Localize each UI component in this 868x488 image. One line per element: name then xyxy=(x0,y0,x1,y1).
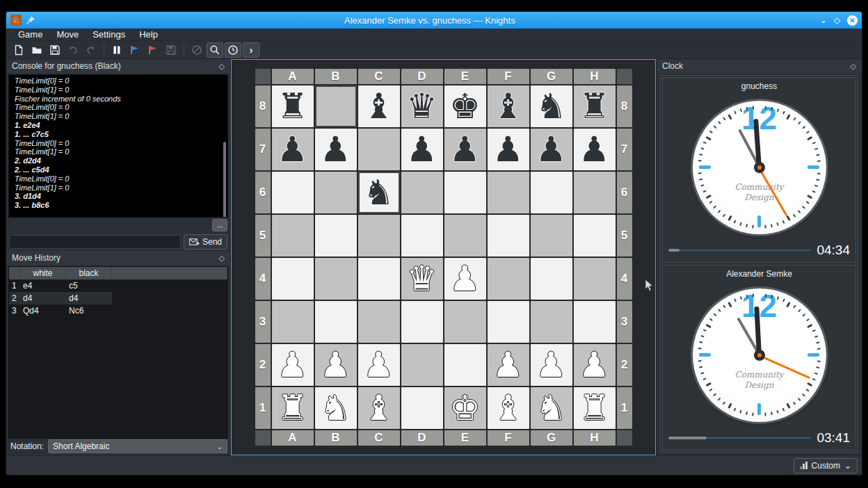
undo-button[interactable] xyxy=(65,42,81,58)
redo-button[interactable] xyxy=(83,42,99,58)
square-b4[interactable] xyxy=(315,258,357,300)
black-rook[interactable]: ♜ xyxy=(579,89,610,124)
move-history-row[interactable]: 1e4c5 xyxy=(9,279,227,292)
black-king[interactable]: ♚ xyxy=(449,89,481,124)
menu-settings[interactable]: Settings xyxy=(86,29,131,40)
square-h4[interactable] xyxy=(574,258,616,300)
square-h7[interactable]: ♟ xyxy=(574,129,616,170)
square-b5[interactable] xyxy=(315,215,357,257)
square-d1[interactable] xyxy=(401,387,443,429)
console-dock-header[interactable]: Console for gnuchess (Black) ◇ xyxy=(6,59,230,73)
square-d2[interactable] xyxy=(401,344,443,386)
menu-move[interactable]: Move xyxy=(50,29,85,40)
square-f7[interactable]: ♟ xyxy=(488,129,529,170)
square-a7[interactable]: ♟ xyxy=(272,129,314,170)
time-slider[interactable] xyxy=(668,247,811,254)
square-g5[interactable] xyxy=(531,215,572,257)
move-history-row[interactable]: 2d4d4 xyxy=(9,292,227,304)
square-c1[interactable]: ♝ xyxy=(358,387,400,429)
black-queen[interactable]: ♛ xyxy=(406,89,437,124)
float-dock-icon[interactable]: ◇ xyxy=(219,254,225,263)
square-h1[interactable]: ♜ xyxy=(574,387,616,429)
white-knight[interactable]: ♞ xyxy=(536,391,567,425)
save-button[interactable] xyxy=(47,42,63,58)
square-d4[interactable]: ♛ xyxy=(401,258,443,300)
black-pawn[interactable]: ♟ xyxy=(406,132,437,167)
square-f6[interactable] xyxy=(488,172,529,213)
square-f3[interactable] xyxy=(488,301,529,343)
console-more-button[interactable]: ... xyxy=(212,219,227,231)
float-dock-icon[interactable]: ◇ xyxy=(219,62,225,71)
square-h5[interactable] xyxy=(574,215,616,257)
column-header-white[interactable]: white xyxy=(20,267,66,279)
square-d6[interactable] xyxy=(401,172,443,213)
abort-button[interactable] xyxy=(188,42,205,58)
white-rook[interactable]: ♜ xyxy=(277,391,308,425)
float-dock-icon[interactable]: ◇ xyxy=(851,62,856,71)
black-pawn[interactable]: ♟ xyxy=(492,132,524,167)
square-f4[interactable] xyxy=(488,258,529,300)
square-e1[interactable]: ♚ xyxy=(444,387,486,429)
square-b1[interactable]: ♞ xyxy=(315,387,357,429)
square-h8[interactable]: ♜ xyxy=(574,86,616,127)
square-g2[interactable]: ♟ xyxy=(531,344,572,386)
console-input[interactable] xyxy=(9,235,181,249)
square-f1[interactable]: ♝ xyxy=(488,387,529,429)
menu-game[interactable]: Game xyxy=(12,29,49,40)
square-e4[interactable]: ♟ xyxy=(444,258,486,300)
square-e7[interactable]: ♟ xyxy=(444,129,486,170)
square-e5[interactable] xyxy=(444,215,486,257)
menu-help[interactable]: Help xyxy=(133,29,164,40)
square-e2[interactable] xyxy=(444,344,486,386)
white-rook[interactable]: ♜ xyxy=(579,391,610,425)
black-pawn[interactable]: ♟ xyxy=(579,132,610,167)
square-g7[interactable]: ♟ xyxy=(531,129,572,170)
white-queen[interactable]: ♛ xyxy=(406,261,437,296)
square-b3[interactable] xyxy=(315,301,357,343)
white-pawn[interactable]: ♟ xyxy=(536,348,567,382)
black-pawn[interactable]: ♟ xyxy=(449,132,481,167)
show-clock-button[interactable] xyxy=(225,42,241,58)
square-a5[interactable] xyxy=(272,215,314,257)
square-e3[interactable] xyxy=(444,301,486,343)
square-c2[interactable]: ♟ xyxy=(358,344,400,386)
square-h3[interactable] xyxy=(574,301,616,343)
square-h2[interactable]: ♟ xyxy=(574,344,616,386)
resign-button[interactable] xyxy=(145,42,161,58)
square-g6[interactable] xyxy=(531,172,572,213)
square-g1[interactable]: ♞ xyxy=(531,387,572,429)
square-d7[interactable]: ♟ xyxy=(401,129,443,170)
console-output[interactable]: TimeLimit[0] = 0TimeLimit[1] = 0Fischer … xyxy=(8,74,228,218)
black-pawn[interactable]: ♟ xyxy=(320,132,351,167)
column-header-black[interactable]: black xyxy=(66,267,112,279)
square-b2[interactable]: ♟ xyxy=(315,344,357,386)
square-e8[interactable]: ♚ xyxy=(444,86,486,127)
chessboard[interactable]: ABCDEFGH8♜♝♛♚♝♞♜87♟♟♟♟♟♟♟76♞6554♛♟4332♟♟… xyxy=(255,69,632,446)
black-knight[interactable]: ♞ xyxy=(363,175,394,210)
white-pawn[interactable]: ♟ xyxy=(320,348,351,382)
move-history-header[interactable]: Move History ◇ xyxy=(6,251,230,265)
square-c4[interactable] xyxy=(358,258,400,300)
white-bishop[interactable]: ♝ xyxy=(363,391,394,425)
square-c3[interactable] xyxy=(358,301,400,343)
square-f8[interactable]: ♝ xyxy=(488,86,529,127)
square-c6[interactable]: ♞ xyxy=(358,172,400,213)
square-a6[interactable] xyxy=(272,172,314,213)
square-a8[interactable]: ♜ xyxy=(272,86,314,127)
square-f2[interactable]: ♟ xyxy=(488,344,529,386)
square-b6[interactable] xyxy=(315,172,357,213)
white-pawn[interactable]: ♟ xyxy=(579,348,610,382)
square-b7[interactable]: ♟ xyxy=(315,129,357,170)
time-slider[interactable] xyxy=(668,434,811,441)
close-button[interactable]: ✕ xyxy=(847,15,858,26)
titlebar[interactable]: ♘ Alexander Semke vs. gnuchess — Knights… xyxy=(6,12,862,29)
difficulty-select[interactable]: Custom ⌄ xyxy=(794,458,858,473)
white-pawn[interactable]: ♟ xyxy=(363,348,394,382)
console-scrollbar[interactable] xyxy=(223,142,226,218)
square-c5[interactable] xyxy=(358,215,400,257)
show-history-button[interactable] xyxy=(207,42,223,58)
move-history-row[interactable]: 3Qd4Nc6 xyxy=(9,304,227,317)
white-bishop[interactable]: ♝ xyxy=(492,391,524,425)
clock-dock-header[interactable]: Clock ◇ xyxy=(657,59,862,73)
square-d8[interactable]: ♛ xyxy=(401,86,443,127)
